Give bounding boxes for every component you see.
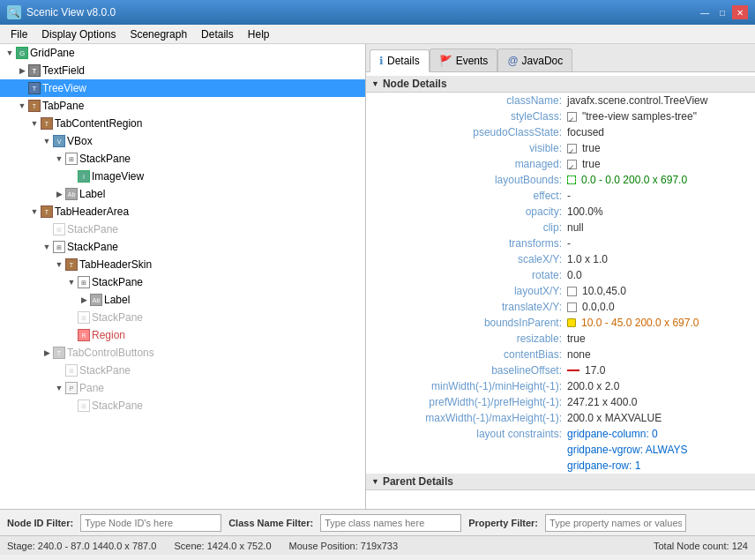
- prop-boundsinparent: boundsInParent: 10.0 - 45.0 200.0 x 697.…: [366, 315, 755, 331]
- tree-item-tabcontentregion[interactable]: T TabContentRegion: [0, 115, 365, 132]
- icon-textfield: T: [28, 64, 41, 77]
- tree-arrow-pane[interactable]: [53, 384, 65, 392]
- tree-item-stackpane1[interactable]: ⊞ StackPane: [0, 150, 365, 168]
- tree-arrow-tabcontentregion[interactable]: [28, 119, 41, 128]
- tree-item-label1[interactable]: Ab Label: [0, 185, 365, 203]
- left-panel-tree: G GridPane T TextField T TreeView T TabP…: [0, 44, 366, 509]
- icon-stackpane1: ⊞: [65, 153, 78, 165]
- tree-item-pane[interactable]: P Pane: [0, 379, 365, 397]
- tree-item-imageview[interactable]: I ImageView: [0, 168, 365, 185]
- tree-item-tabcontrolbuttons[interactable]: T TabControlButtons: [0, 344, 365, 362]
- tree-item-stackpane7[interactable]: ⊞ StackPane: [0, 397, 365, 414]
- icon-label1: Ab: [65, 188, 78, 200]
- prop-baselineoffset: baselineOffset: 17.0: [366, 362, 755, 378]
- tree-item-stackpane3[interactable]: ⊞ StackPane: [0, 238, 365, 256]
- prop-value-layoutbounds: 0.0 - 0.0 200.0 x 697.0: [567, 174, 687, 186]
- tree-arrow-vbox[interactable]: [41, 137, 53, 146]
- tree-item-stackpane2[interactable]: ⊞ StackPane: [0, 220, 365, 238]
- app-title: Scenic View v8.0.0: [26, 6, 116, 19]
- prop-name-layoutconstraints: layout constraints:: [373, 428, 567, 440]
- icon-stackpane7: ⊞: [78, 399, 90, 412]
- node-id-filter-input[interactable]: [80, 514, 221, 532]
- tree-label-tabheaderskin: TabHeaderSkin: [79, 258, 152, 271]
- prop-name-contentbias: contentBias:: [373, 348, 567, 361]
- tree-arrow-stackpane1[interactable]: [53, 154, 65, 163]
- prop-value-scalexy: 1.0 x 1.0: [567, 253, 608, 265]
- tree-arrow-textfield[interactable]: [16, 66, 28, 75]
- layoutxy-checkbox: [567, 287, 577, 296]
- tree-item-stackpane6[interactable]: ⊞ StackPane: [0, 362, 365, 379]
- prop-managed: managed: true: [366, 156, 755, 172]
- tree-arrow-gridpane[interactable]: [4, 49, 16, 57]
- managed-checkbox: [567, 160, 577, 169]
- tree-arrow-label2[interactable]: [78, 295, 90, 304]
- prop-name-translatexy: translateX/Y:: [373, 301, 567, 313]
- tree-item-region[interactable]: R Region: [0, 326, 365, 344]
- prop-value-vgrow: gridpane-vgrow: ALWAYS: [567, 444, 688, 456]
- prop-minwidthheight: minWidth(-1)/minHeight(-1): 200.0 x 2.0: [366, 378, 755, 394]
- tree-label-tabpane: TabPane: [42, 100, 84, 112]
- prop-name-prefwidthheight: prefWidth(-1)/prefHeight(-1):: [373, 396, 567, 408]
- prop-value-styleclass: "tree-view samples-tree": [567, 110, 697, 123]
- title-bar: 🔍 Scenic View v8.0.0 — □ ✕: [0, 0, 755, 25]
- baselineoffset-indicator: [567, 370, 579, 371]
- tree-label-label1: Label: [79, 188, 105, 200]
- tree-arrow-tabheaderarea[interactable]: [28, 207, 41, 216]
- tree-item-tabheaderskin[interactable]: T TabHeaderSkin: [0, 256, 365, 273]
- tree-item-vbox[interactable]: V VBox: [0, 132, 365, 150]
- tree-arrow-stackpane3[interactable]: [41, 243, 53, 251]
- property-filter-label: Property Filter:: [468, 518, 538, 528]
- property-filter-input[interactable]: [545, 514, 686, 532]
- icon-gridpane: G: [16, 47, 28, 59]
- prop-name-resizable: resizable:: [373, 332, 567, 345]
- prop-visible: visible: true: [366, 140, 755, 156]
- status-mouse: Mouse Position: 719x733: [289, 541, 399, 551]
- tree-arrow-stackpane4[interactable]: [65, 278, 78, 287]
- tree-arrow-tabpane[interactable]: [16, 101, 28, 110]
- prop-effect: effect: -: [366, 188, 755, 204]
- prop-name-maxwidthheight: maxWidth(-1)/maxHeight(-1):: [373, 412, 567, 424]
- tree-arrow-label1[interactable]: [53, 190, 65, 198]
- icon-treeview: T: [28, 82, 41, 94]
- prop-value-boundsinparent: 10.0 - 45.0 200.0 x 697.0: [567, 317, 699, 329]
- minimize-button[interactable]: —: [697, 5, 713, 19]
- prop-opacity: opacity: 100.0%: [366, 204, 755, 220]
- tree-label-label2: Label: [104, 294, 130, 306]
- maximize-button[interactable]: □: [714, 5, 730, 19]
- menu-display-options[interactable]: Display Options: [34, 26, 123, 42]
- tree-item-tabheaderarea[interactable]: T TabHeaderArea: [0, 203, 365, 220]
- prop-name-opacity: opacity:: [373, 205, 567, 218]
- prop-scalexy: scaleX/Y: 1.0 x 1.0: [366, 251, 755, 267]
- tree-item-tabpane[interactable]: T TabPane: [0, 97, 365, 115]
- prop-value-maxwidthheight: 200.0 x MAXVALUE: [567, 412, 662, 424]
- tree-item-gridpane[interactable]: G GridPane: [0, 44, 365, 62]
- prop-value-gridrow: gridpane-row: 1: [567, 459, 640, 472]
- prop-value-clip: null: [567, 221, 584, 234]
- class-name-filter-input[interactable]: [320, 514, 461, 532]
- tab-javadoc[interactable]: @ JavaDoc: [497, 49, 572, 71]
- tree-arrow-tabheaderskin[interactable]: [53, 260, 65, 269]
- tab-details[interactable]: ℹ Details: [370, 49, 430, 72]
- prop-name-clip: clip:: [373, 221, 567, 234]
- tree-arrow-tabcontrolbuttons[interactable]: [41, 348, 53, 357]
- icon-stackpane3: ⊞: [53, 241, 65, 253]
- prop-value-layoutxy: 10.0,45.0: [567, 285, 626, 297]
- close-button[interactable]: ✕: [732, 5, 748, 19]
- menu-details[interactable]: Details: [194, 26, 241, 42]
- icon-tabcontrolbuttons: T: [53, 347, 65, 359]
- prop-value-baselineoffset: 17.0: [567, 364, 605, 377]
- menu-file[interactable]: File: [4, 26, 34, 42]
- icon-imageview: I: [78, 170, 90, 183]
- menu-help[interactable]: Help: [241, 26, 277, 42]
- tab-events[interactable]: 🚩 Events: [430, 49, 498, 71]
- prop-name-pseudoclassstate: pseudoClassState:: [373, 126, 567, 138]
- tree-item-textfield[interactable]: T TextField: [0, 62, 365, 79]
- tree-item-treeview[interactable]: T TreeView: [0, 79, 365, 97]
- tree-item-stackpane5[interactable]: ⊞ StackPane: [0, 309, 365, 326]
- menu-scenegraph[interactable]: Scenegraph: [123, 26, 194, 42]
- tree-item-label2[interactable]: Ab Label: [0, 291, 365, 309]
- tree-label-stackpane6: StackPane: [79, 364, 131, 377]
- class-name-filter-label: Class Name Filter:: [228, 518, 313, 528]
- title-bar-left: 🔍 Scenic View v8.0.0: [7, 5, 116, 19]
- tree-item-stackpane4[interactable]: ⊞ StackPane: [0, 273, 365, 291]
